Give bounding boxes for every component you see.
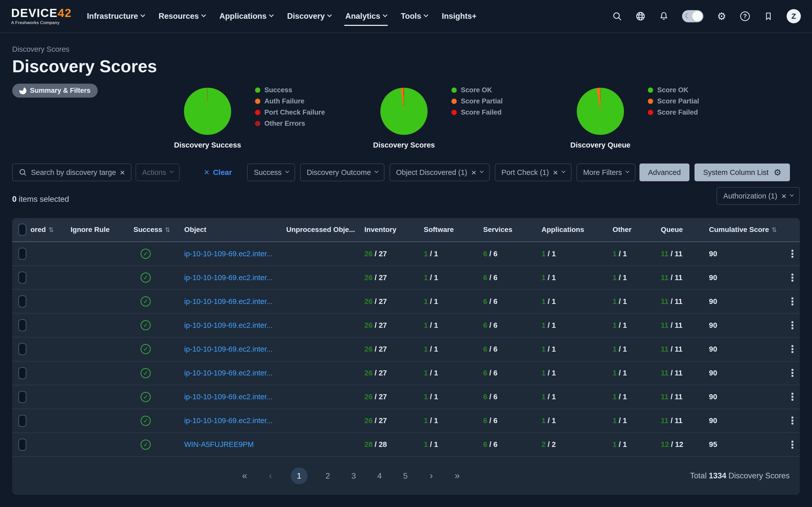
gear-icon[interactable]: ⚙ <box>717 11 727 21</box>
authorization-filter[interactable]: Authorization (1) × <box>717 187 800 205</box>
advanced-button[interactable]: Advanced <box>640 164 690 181</box>
help-icon[interactable]: ? <box>740 11 750 21</box>
score-total: / 6 <box>487 416 497 425</box>
object-discovered-filter[interactable]: Object Discovered (1) × <box>390 164 490 181</box>
select-all-checkbox[interactable] <box>18 224 27 236</box>
row-menu-icon[interactable]: ⋮ <box>788 394 798 400</box>
prev-page-button[interactable]: ‹ <box>265 470 276 481</box>
column-header-software[interactable]: Software <box>424 226 483 234</box>
object-link[interactable]: ip-10-10-109-69.ec2.inter... <box>184 369 272 377</box>
column-header-success[interactable]: Success⇅ <box>134 226 184 234</box>
page-button-3[interactable]: 3 <box>348 471 359 481</box>
column-header-services[interactable]: Services <box>483 226 542 234</box>
search-input[interactable] <box>31 168 116 177</box>
breadcrumb[interactable]: Discovery Scores <box>12 45 69 54</box>
row-checkbox[interactable] <box>18 272 27 284</box>
row-checkbox[interactable] <box>18 319 27 331</box>
legend-item-port-check-failure[interactable]: Port Check Failure <box>255 109 325 116</box>
score-pair: 1 / 1 <box>424 369 483 377</box>
column-header-ored[interactable]: ored⇅ <box>31 226 70 234</box>
column-header-object[interactable]: Object <box>184 226 286 234</box>
remove-filter-icon[interactable]: × <box>781 192 786 200</box>
legend-item-auth-failure[interactable]: Auth Failure <box>255 97 325 105</box>
column-header-unprocessed-obje[interactable]: Unprocessed Obje... <box>286 226 364 234</box>
row-checkbox[interactable] <box>18 415 27 427</box>
row-checkbox[interactable] <box>18 343 27 355</box>
system-column-list-button[interactable]: System Column List ⚙ <box>695 164 790 181</box>
theme-toggle[interactable]: ☾ <box>682 10 703 22</box>
more-filters-dropdown[interactable]: More Filters <box>576 164 636 181</box>
row-checkbox[interactable] <box>18 367 27 379</box>
row-menu-icon[interactable]: ⋮ <box>788 322 798 329</box>
nav-item-resources[interactable]: Resources <box>159 8 205 24</box>
object-link[interactable]: ip-10-10-109-69.ec2.inter... <box>184 297 272 305</box>
clear-search-icon[interactable]: × <box>120 168 125 177</box>
column-header-other[interactable]: Other <box>613 226 661 234</box>
remove-filter-icon[interactable]: × <box>553 168 558 177</box>
remove-filter-icon[interactable]: × <box>471 168 476 177</box>
first-page-button[interactable]: « <box>239 470 250 481</box>
column-header-applications[interactable]: Applications <box>542 226 613 234</box>
score-done: 11 <box>661 369 669 377</box>
object-link[interactable]: ip-10-10-109-69.ec2.inter... <box>184 274 272 282</box>
nav-item-infrastructure[interactable]: Infrastructure <box>87 8 144 24</box>
nav-item-analytics[interactable]: Analytics <box>345 8 387 24</box>
legend-item-success[interactable]: Success <box>255 86 325 94</box>
column-header-inventory[interactable]: Inventory <box>364 226 424 234</box>
column-header-cumulative-score[interactable]: Cumulative Score⇅ <box>709 226 785 234</box>
summary-filters-badge[interactable]: Summary & Filters <box>12 83 98 98</box>
row-menu-icon[interactable]: ⋮ <box>788 370 798 376</box>
score-total: / 1 <box>617 321 627 329</box>
row-menu-icon[interactable]: ⋮ <box>788 275 798 281</box>
legend-item-score-failed[interactable]: Score Failed <box>451 109 503 116</box>
page-button-2[interactable]: 2 <box>322 471 334 481</box>
bookmark-icon[interactable] <box>763 11 773 21</box>
legend-item-score-failed[interactable]: Score Failed <box>648 109 699 116</box>
avatar[interactable]: Z <box>786 9 801 23</box>
actions-dropdown[interactable]: Actions <box>136 164 180 181</box>
nav-item-tools[interactable]: Tools <box>401 8 427 24</box>
column-header-ignore-rule[interactable]: Ignore Rule <box>70 226 134 234</box>
device42-logo[interactable]: DEVICE42 A Freshworks Company <box>11 7 71 25</box>
object-link[interactable]: ip-10-10-109-69.ec2.inter... <box>184 321 272 329</box>
nav-item-applications[interactable]: Applications <box>219 8 273 24</box>
row-menu-icon[interactable]: ⋮ <box>788 251 798 257</box>
success-dropdown[interactable]: Success <box>247 164 295 181</box>
bell-icon[interactable] <box>659 11 669 21</box>
next-page-button[interactable]: › <box>426 470 437 481</box>
legend-item-score-ok[interactable]: Score OK <box>451 86 503 94</box>
score-total: / 27 <box>372 393 387 401</box>
score-total: / 27 <box>372 297 387 305</box>
row-menu-icon[interactable]: ⋮ <box>788 417 798 424</box>
column-header-queue[interactable]: Queue <box>661 226 709 234</box>
row-menu-icon[interactable]: ⋮ <box>788 346 798 352</box>
object-link[interactable]: ip-10-10-109-69.ec2.inter... <box>184 345 272 353</box>
legend-item-score-partial[interactable]: Score Partial <box>451 97 503 105</box>
page-button-4[interactable]: 4 <box>374 471 385 481</box>
object-link[interactable]: ip-10-10-109-69.ec2.inter... <box>184 416 272 425</box>
last-page-button[interactable]: » <box>452 470 463 481</box>
row-checkbox[interactable] <box>18 248 27 260</box>
legend-item-score-partial[interactable]: Score Partial <box>648 97 699 105</box>
row-checkbox[interactable] <box>18 295 27 307</box>
row-checkbox[interactable] <box>18 391 27 403</box>
page-button-5[interactable]: 5 <box>400 471 411 481</box>
clear-filters-button[interactable]: × Clear <box>204 168 232 177</box>
port-check-filter[interactable]: Port Check (1) × <box>495 164 571 181</box>
nav-item-insights[interactable]: Insights+ <box>442 8 476 24</box>
object-link[interactable]: ip-10-10-109-69.ec2.inter... <box>184 393 272 401</box>
object-link[interactable]: ip-10-10-109-69.ec2.inter... <box>184 250 272 258</box>
search-icon[interactable] <box>612 11 622 21</box>
legend-item-score-ok[interactable]: Score OK <box>648 86 699 94</box>
score-pair: 1 / 1 <box>424 297 483 306</box>
object-link[interactable]: WIN-A5FUJREE9PM <box>184 440 254 448</box>
discovery-outcome-dropdown[interactable]: Discovery Outcome <box>300 164 385 181</box>
page-button-1[interactable]: 1 <box>291 467 308 484</box>
row-checkbox[interactable] <box>18 439 27 451</box>
legend-item-other-errors[interactable]: Other Errors <box>255 120 325 127</box>
search-input-wrapper[interactable]: × <box>12 164 132 181</box>
nav-item-discovery[interactable]: Discovery <box>287 8 331 24</box>
row-menu-icon[interactable]: ⋮ <box>788 298 798 305</box>
row-menu-icon[interactable]: ⋮ <box>788 442 798 448</box>
globe-icon[interactable] <box>636 11 646 21</box>
